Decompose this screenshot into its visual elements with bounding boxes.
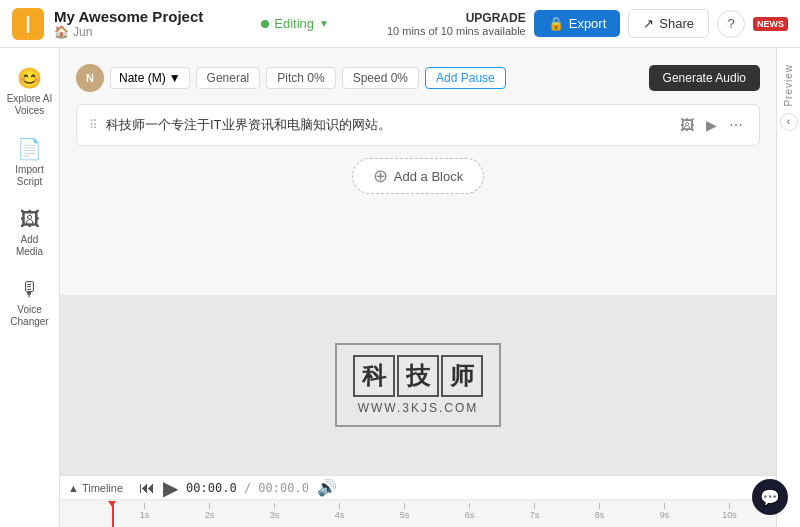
chat-bubble[interactable]: 💬	[752, 479, 788, 515]
sidebar-label-voice-changer: Voice Changer	[7, 304, 53, 328]
breadcrumb: 🏠 Jun	[54, 25, 203, 39]
ruler-label-1: 1s	[140, 510, 150, 520]
preview-panel: Preview ‹	[776, 48, 800, 527]
media-icon: 🖼	[20, 208, 40, 231]
wm-char-3: 师	[441, 355, 483, 397]
add-block-row: ⊕ Add a Block	[76, 158, 760, 194]
voice-name: Nate (M)	[119, 71, 166, 85]
sidebar-item-import-script[interactable]: 📄 Import Script	[3, 129, 57, 196]
ruler-label-4: 4s	[335, 510, 345, 520]
drag-handle-icon[interactable]: ⠿	[89, 118, 98, 132]
time-current: 00:00.0 / 00:00.0	[186, 481, 309, 495]
voice-row: N Nate (M) ▼ General Pitch 0% Speed 0% A…	[76, 64, 760, 92]
time-separator: /	[244, 481, 258, 495]
export-button[interactable]: 🔒 Export	[534, 10, 621, 37]
watermark-chars: 科 技 师	[353, 355, 483, 397]
wm-char-2: 技	[397, 355, 439, 397]
ruler-label-2: 2s	[205, 510, 215, 520]
ruler-mark-2: 2s	[177, 503, 242, 520]
wm-char-1: 科	[353, 355, 395, 397]
add-block-label: Add a Block	[394, 169, 463, 184]
playhead	[112, 501, 114, 527]
watermark-box: 科 技 师 WWW.3KJS.COM	[335, 343, 501, 427]
home-icon: 🏠	[54, 25, 69, 39]
media-preview: 科 技 师 WWW.3KJS.COM	[60, 295, 776, 475]
watermark-url: WWW.3KJS.COM	[358, 401, 479, 415]
sidebar-item-explore-voices[interactable]: 😊 Explore AI Voices	[3, 58, 57, 125]
chevron-down-icon: ▼	[319, 18, 329, 29]
sidebar-item-add-media[interactable]: 🖼 Add Media	[3, 200, 57, 266]
content-area: N Nate (M) ▼ General Pitch 0% Speed 0% A…	[60, 48, 776, 527]
timeline-area: ▲ Timeline ⏮ ▶ 00:00.0 / 00:00.0 🔊	[60, 475, 776, 527]
block-image-button[interactable]: 🖼	[676, 115, 698, 135]
upgrade-detail: 10 mins of 10 mins available	[387, 25, 526, 37]
help-button[interactable]: ?	[717, 10, 745, 38]
editing-status: Editing ▼	[213, 16, 377, 31]
ruler-mark-5: 5s	[372, 503, 437, 520]
voices-icon: 😊	[17, 66, 42, 90]
ruler-mark-8: 8s	[567, 503, 632, 520]
speed-tag[interactable]: Speed 0%	[342, 67, 419, 89]
ruler-mark-10: 10s	[697, 503, 762, 520]
generate-audio-button[interactable]: Generate Audio	[649, 65, 760, 91]
upgrade-info: UPGRADE 10 mins of 10 mins available	[387, 11, 526, 37]
ruler-label-6: 6s	[465, 510, 475, 520]
block-actions: 🖼 ▶ ⋯	[676, 115, 747, 135]
header: | My Awesome Project 🏠 Jun Editing ▼ UPG…	[0, 0, 800, 48]
news-badge: NEWS	[753, 17, 788, 31]
chevron-icon: ▼	[169, 71, 181, 85]
ruler-label-9: 9s	[660, 510, 670, 520]
header-right: UPGRADE 10 mins of 10 mins available 🔒 E…	[387, 9, 788, 38]
editor-panel: N Nate (M) ▼ General Pitch 0% Speed 0% A…	[60, 48, 776, 295]
add-block-button[interactable]: ⊕ Add a Block	[352, 158, 484, 194]
chevron-up-icon: ▲	[68, 482, 79, 494]
ruler-label-5: 5s	[400, 510, 410, 520]
volume-button[interactable]: 🔊	[317, 478, 337, 497]
share-label: Share	[659, 16, 694, 31]
play-button[interactable]: ▶	[163, 476, 178, 500]
sidebar-label-media: Add Media	[7, 234, 53, 258]
ruler-mark-7: 7s	[502, 503, 567, 520]
pitch-tag[interactable]: Pitch 0%	[266, 67, 335, 89]
preview-label: Preview	[783, 64, 794, 107]
editing-dot	[261, 20, 269, 28]
logo-icon: |	[12, 8, 44, 40]
project-title: My Awesome Project	[54, 8, 203, 25]
timeline-label: ▲ Timeline	[68, 482, 123, 494]
collapse-preview-button[interactable]: ‹	[780, 113, 798, 131]
general-tag[interactable]: General	[196, 67, 261, 89]
plus-circle-icon: ⊕	[373, 165, 388, 187]
ruler-label-7: 7s	[530, 510, 540, 520]
editing-badge[interactable]: Editing ▼	[261, 16, 329, 31]
timeline-ruler[interactable]: 1s 2s 3s 4s	[60, 500, 776, 527]
block-play-button[interactable]: ▶	[702, 115, 721, 135]
ruler-mark-9: 9s	[632, 503, 697, 520]
ruler-label-10: 10s	[722, 510, 737, 520]
sidebar-label-explore: Explore AI Voices	[7, 93, 53, 117]
add-pause-button[interactable]: Add Pause	[425, 67, 506, 89]
sidebar-item-voice-changer[interactable]: 🎙 Voice Changer	[3, 270, 57, 336]
ruler-mark-1: 1s	[112, 503, 177, 520]
voice-select[interactable]: Nate (M) ▼	[110, 67, 190, 89]
ruler-label-3: 3s	[270, 510, 280, 520]
skip-back-button[interactable]: ⏮	[139, 479, 155, 497]
time-total: 00:00.0	[258, 481, 309, 495]
share-button[interactable]: ↗ Share	[628, 9, 709, 38]
ruler-mark-4: 4s	[307, 503, 372, 520]
timeline-controls: ⏮ ▶ 00:00.0 / 00:00.0 🔊	[131, 472, 345, 504]
script-text[interactable]: 科技师一个专注于IT业界资讯和电脑知识的网站。	[106, 116, 668, 134]
lock-icon: 🔒	[548, 16, 564, 31]
timeline-text: Timeline	[82, 482, 123, 494]
question-icon: ?	[727, 16, 734, 31]
sidebar: 😊 Explore AI Voices 📄 Import Script 🖼 Ad…	[0, 48, 60, 527]
ruler-label-8: 8s	[595, 510, 605, 520]
voice-changer-icon: 🎙	[20, 278, 40, 301]
import-icon: 📄	[17, 137, 42, 161]
export-label: Export	[569, 16, 607, 31]
avatar: N	[76, 64, 104, 92]
block-more-button[interactable]: ⋯	[725, 115, 747, 135]
ruler-mark-6: 6s	[437, 503, 502, 520]
main-layout: 😊 Explore AI Voices 📄 Import Script 🖼 Ad…	[0, 48, 800, 527]
ruler-mark-3: 3s	[242, 503, 307, 520]
upgrade-label: UPGRADE	[387, 11, 526, 25]
